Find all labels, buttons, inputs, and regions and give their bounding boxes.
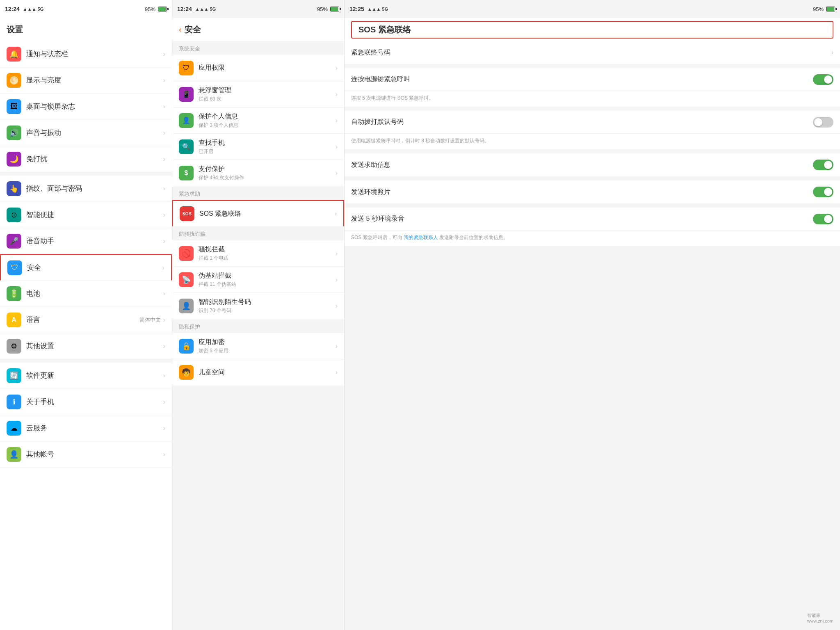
clock-3: 12:25 (349, 6, 364, 12)
sos-section-autodial: 自动拨打默认号码 使用电源键紧急呼叫时，倒计时 3 秒自动拨打设置的默认号码。 (345, 111, 840, 149)
battery-percent-3: 95% (813, 6, 824, 12)
chevron-icon: › (831, 49, 833, 56)
send-audio-toggle[interactable] (813, 214, 833, 224)
settings-item-notification[interactable]: 🔔 通知与状态栏 › (0, 41, 172, 67)
dnd-icon: 🌙 (7, 152, 21, 167)
update-label: 软件更新 (26, 371, 163, 380)
biometric-label: 指纹、面部与密码 (26, 184, 163, 193)
security-item-fakebase[interactable]: 📡 伪基站拦截 拦截 11 个伪基站 › (172, 267, 344, 293)
send-audio-label: 发送 5 秒环境录音 (351, 215, 813, 223)
account-icon: 👤 (7, 447, 21, 462)
watermark: 智能家 www.znj.com (807, 612, 833, 623)
clock: 12:24 (5, 6, 20, 12)
security-item-children[interactable]: 🧒 儿童空间 › (172, 359, 344, 386)
power-key-toggle[interactable] (813, 74, 833, 85)
appperm-label: 应用权限 (199, 64, 336, 72)
settings-title-text: 设置 (7, 24, 23, 35)
desktop-label: 桌面与锁屏杂志 (26, 102, 163, 111)
encrypt-label: 应用加密 (199, 338, 336, 347)
about-icon: ℹ (7, 395, 21, 409)
send-help-toggle[interactable] (813, 160, 833, 170)
battery-icon-1 (158, 7, 167, 11)
settings-item-cloud[interactable]: ☁ 云服务 › (0, 415, 172, 441)
stranger-label: 智能识别陌生号码 (199, 298, 336, 306)
security-header: ‹ 安全 (172, 18, 344, 41)
update-icon: 🔄 (7, 368, 21, 383)
settings-list: 🔔 通知与状态栏 › 🌕 显示与亮度 › 🖼 桌面与锁屏杂志 › (0, 41, 172, 630)
settings-item-sound[interactable]: 🔊 声音与振动 › (0, 120, 172, 146)
settings-item-display[interactable]: 🌕 显示与亮度 › (0, 67, 172, 94)
back-button[interactable]: ‹ (179, 25, 181, 34)
notification-label: 通知与状态栏 (26, 49, 163, 59)
settings-item-account[interactable]: 👤 其他帐号 › (0, 441, 172, 468)
settings-item-voice[interactable]: 🎤 语音助手 › (0, 228, 172, 254)
about-label: 关于手机 (26, 397, 163, 406)
signal-icons-2: ▲▲▲ 5G (195, 7, 216, 11)
find-label: 查找手机 (199, 139, 336, 147)
chevron-icon: › (163, 316, 165, 324)
dnd-label: 免打扰 (26, 154, 163, 164)
security-item-pay[interactable]: $ 支付保护 保护 494 次支付操作 › (172, 160, 344, 186)
protect-label: 保护个人信息 (199, 112, 336, 121)
security-item-float[interactable]: 📱 悬浮窗管理 拦截 60 次 › (172, 81, 344, 107)
settings-item-language[interactable]: A 语言 简体中文 › (0, 307, 172, 333)
settings-item-biometric[interactable]: 👆 指纹、面部与密码 › (0, 176, 172, 202)
desktop-icon: 🖼 (7, 99, 21, 114)
security-item-intercept[interactable]: 🚫 骚扰拦截 拦截 1 个电话 › (172, 240, 344, 267)
privacy-list: 🔒 应用加密 加密 5 个应用 › 🧒 儿童空间 › (172, 333, 344, 386)
security-item-appperm[interactable]: 🛡 应用权限 › (172, 55, 344, 81)
intercept-label: 骚扰拦截 (199, 245, 336, 254)
security-item-stranger[interactable]: 👤 智能识别陌生号码 识别 70 个号码 › (172, 293, 344, 319)
security-item-sos[interactable]: SOS SOS 紧急联络 › (172, 200, 344, 226)
chevron-icon: › (162, 264, 164, 272)
battery-icon-3 (826, 7, 835, 11)
time-1: 12:24 ▲▲▲ 5G (5, 6, 43, 12)
send-help-label: 发送求助信息 (351, 161, 813, 169)
security-item-find[interactable]: 🔍 查找手机 已开启 › (172, 134, 344, 160)
settings-item-smart[interactable]: ⊙ 智能便捷 › (0, 202, 172, 228)
sos-row-contacts[interactable]: 紧急联络号码 › (345, 41, 840, 64)
send-audio-desc: SOS 紧急呼叫后，可向 我的紧急联系人 发送附带当前位置的求助信息。 (345, 231, 840, 246)
section-label-system: 系统安全 (172, 41, 344, 55)
signal-icons: ▲▲▲ 5G (23, 7, 43, 11)
section-label-privacy: 隐私保护 (172, 319, 344, 333)
auto-dial-desc: 使用电源键紧急呼叫时，倒计时 3 秒自动拨打设置的默认号码。 (345, 134, 840, 149)
security-item-protect[interactable]: 👤 保护个人信息 保护 3 项个人信息 › (172, 107, 344, 134)
sos-label: SOS 紧急联络 (199, 210, 335, 218)
fakebase-sub: 拦截 11 个伪基站 (199, 281, 336, 288)
settings-item-other[interactable]: ⚙ 其他设置 › (0, 333, 172, 359)
appperm-icon: 🛡 (179, 61, 194, 75)
sos-section-sendphoto: 发送环境照片 (345, 180, 840, 203)
sos-row-sendaudio: 发送 5 秒环境录音 (345, 208, 840, 231)
chevron-icon: › (163, 103, 165, 110)
pay-label: 支付保护 (199, 165, 336, 173)
security-item-encrypt[interactable]: 🔒 应用加密 加密 5 个应用 › (172, 333, 344, 359)
chevron-icon: › (163, 290, 165, 297)
display-label: 显示与亮度 (26, 75, 163, 85)
security-scroll: 系统安全 🛡 应用权限 › 📱 悬浮窗管理 拦截 60 次 › 👤 (172, 41, 344, 630)
settings-item-update[interactable]: 🔄 软件更新 › (0, 363, 172, 389)
section-sep-2 (0, 359, 172, 363)
section-sep-1 (0, 172, 172, 176)
divider-4 (345, 177, 840, 180)
sos-icon: SOS (180, 206, 194, 221)
send-photo-toggle[interactable] (813, 187, 833, 197)
intercept-icon: 🚫 (179, 246, 194, 261)
settings-item-desktop[interactable]: 🖼 桌面与锁屏杂志 › (0, 94, 172, 120)
divider-1 (345, 65, 840, 68)
encrypt-icon: 🔒 (179, 339, 194, 354)
settings-item-security[interactable]: 🛡 安全 › (0, 254, 172, 281)
system-security-list: 🛡 应用权限 › 📱 悬浮窗管理 拦截 60 次 › 👤 保护个人信息 保护 3… (172, 55, 344, 186)
pay-icon: $ (179, 166, 194, 180)
emergency-contacts-link[interactable]: 我的紧急联系人 (404, 235, 438, 240)
auto-dial-toggle[interactable] (813, 117, 833, 128)
power-key-label: 连按电源键紧急呼叫 (351, 75, 813, 84)
settings-item-about[interactable]: ℹ 关于手机 › (0, 389, 172, 415)
settings-item-battery[interactable]: 🔋 电池 › (0, 281, 172, 307)
settings-item-dnd[interactable]: 🌙 免打扰 › (0, 146, 172, 172)
chevron-icon: › (163, 50, 165, 58)
section-label-emergency: 紧急求助 (172, 186, 344, 200)
security-label: 安全 (27, 263, 162, 272)
security-icon: 🛡 (7, 260, 22, 275)
send-photo-label: 发送环境照片 (351, 188, 813, 196)
